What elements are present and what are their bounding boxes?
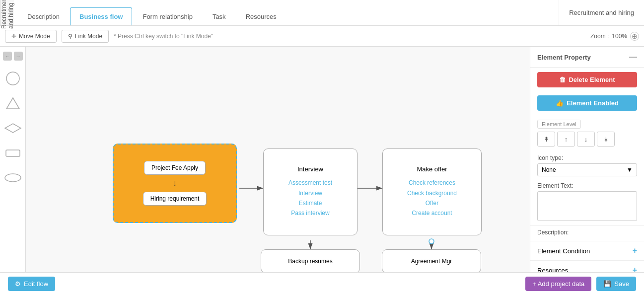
level-bottom-button[interactable]: ↡ [597, 132, 615, 147]
sidebar-vertical-label: Recruitment and hiring [0, 0, 14, 25]
link-icon: ⚲ [68, 33, 72, 40]
diamond-shape[interactable] [3, 119, 23, 137]
expand-condition-icon: + [633, 246, 637, 255]
tab-business-flow[interactable]: Business flow [70, 7, 132, 25]
ellipse-shape[interactable] [3, 169, 23, 187]
tab-bar: Description Business flow Form relations… [14, 0, 559, 25]
zoom-value: 100% [612, 33, 627, 40]
interview-node[interactable]: Interview Assessment testInterviewEstima… [263, 148, 358, 235]
svg-point-11 [429, 239, 434, 244]
zoom-area: Zoom : 100% ⊕ [590, 32, 639, 41]
level-top-button[interactable]: ↟ [537, 132, 555, 147]
tab-resources[interactable]: Resources [236, 7, 286, 25]
link-mode-button[interactable]: ⚲ Link Mode [62, 30, 109, 43]
toolbar-hint: * Press Ctrl key switch to "Link Mode" [114, 33, 585, 40]
level-up-button[interactable]: ↑ [557, 132, 575, 147]
interview-title: Interview [288, 165, 332, 173]
agreement-label: Agreement Mgr [411, 258, 452, 265]
check-icon: 👍 [556, 99, 564, 107]
svg-rect-3 [6, 150, 20, 156]
triangle-shape[interactable] [3, 94, 23, 112]
redo-button[interactable]: → [14, 52, 23, 61]
interview-content: Interview Assessment testInterviewEstima… [288, 165, 332, 219]
hiring-req-label: Hiring requirement [150, 195, 200, 202]
add-project-button[interactable]: + Add project data [525, 277, 591, 291]
save-label: Save [614, 280, 629, 288]
trash-icon: 🗑 [559, 76, 566, 83]
resources-label: Resources [537, 267, 568, 273]
down-arrow-icon: ↓ [173, 179, 177, 188]
make-offer-title: Make offer [407, 165, 457, 173]
bottom-bar: ⚙ Edit flow + Add project data 💾 Save [0, 272, 644, 295]
delete-label: Delete Element [569, 76, 615, 83]
resources-section[interactable]: Resources + [530, 260, 644, 272]
svg-point-4 [5, 174, 21, 182]
backup-node[interactable]: Backup resumes [261, 249, 360, 272]
element-level-section: Element Level ↟ ↑ ↓ ↡ [530, 115, 644, 151]
project-fee-label: Project Fee Apply [151, 164, 198, 171]
tab-form-relationship[interactable]: Form relationship [133, 7, 202, 25]
element-text-section: Element Text: [530, 179, 644, 225]
description-label: Description: [537, 229, 637, 236]
right-panel: Element Property — 🗑 Delete Element 👍 El… [530, 47, 644, 272]
main-area: ← → [0, 47, 644, 272]
save-icon: 💾 [603, 280, 611, 288]
expand-resources-icon: + [633, 266, 637, 272]
project-fee-box[interactable]: Project Fee Apply [144, 161, 206, 175]
element-condition-label: Element Condition [537, 247, 590, 255]
chevron-down-icon: ▼ [627, 166, 633, 173]
zoom-icon[interactable]: ⊕ [630, 32, 639, 41]
bottom-actions: + Add project data 💾 Save [525, 277, 636, 291]
canvas-area[interactable]: Project Fee Apply ↓ Hiring requirement I… [26, 47, 530, 272]
element-condition-section[interactable]: Element Condition + [530, 241, 644, 260]
make-offer-node[interactable]: Make offer Check referencesCheck backgro… [382, 148, 482, 235]
element-text-label: Element Text: [537, 182, 637, 189]
icon-type-label: Icon type: [537, 154, 637, 161]
icon-type-value: None [542, 166, 556, 173]
element-enabled-button[interactable]: 👍 Element Enabled [537, 95, 637, 111]
hiring-req-box[interactable]: Hiring requirement [143, 192, 207, 206]
element-text-input[interactable] [537, 191, 637, 221]
tab-task[interactable]: Task [203, 7, 235, 25]
shape-palette: ← → [0, 47, 26, 272]
right-panel-title: Element Property [537, 54, 591, 61]
backup-label: Backup resumes [288, 258, 332, 265]
minimize-icon[interactable]: — [629, 53, 637, 62]
top-right-title: Recruitment and hiring [559, 0, 644, 25]
move-mode-button[interactable]: ✛ Move Mode [5, 30, 57, 43]
svg-marker-2 [5, 124, 21, 133]
move-mode-label: Move Mode [19, 33, 50, 40]
svg-point-0 [6, 72, 19, 85]
element-level-label: Element Level [537, 120, 581, 129]
icon-type-select[interactable]: None ▼ [537, 163, 637, 176]
save-button[interactable]: 💾 Save [596, 277, 636, 291]
right-panel-header: Element Property — [530, 47, 644, 68]
circle-shape[interactable] [3, 70, 23, 87]
interview-items: Assessment testInterviewEstimatePass int… [288, 178, 332, 219]
project-group-inner: Project Fee Apply ↓ Hiring requirement [143, 161, 207, 206]
edit-flow-icon: ⚙ [15, 280, 21, 288]
edit-flow-label: Edit flow [24, 280, 48, 288]
enabled-label: Element Enabled [567, 99, 619, 107]
move-icon: ✛ [11, 33, 16, 40]
link-mode-label: Link Mode [75, 33, 102, 40]
level-down-button[interactable]: ↓ [577, 132, 595, 147]
add-project-label: + Add project data [532, 280, 584, 288]
make-offer-content: Make offer Check referencesCheck backgro… [407, 165, 457, 219]
toolbar: ✛ Move Mode ⚲ Link Mode * Press Ctrl key… [0, 26, 644, 47]
edit-flow-button[interactable]: ⚙ Edit flow [8, 277, 55, 291]
agreement-node[interactable]: Agreement Mgr [382, 249, 481, 272]
level-controls: ↟ ↑ ↓ ↡ [537, 132, 637, 147]
undo-button[interactable]: ← [3, 52, 12, 61]
description-section: Description: [530, 225, 644, 241]
rectangle-shape[interactable] [3, 144, 23, 162]
delete-element-button[interactable]: 🗑 Delete Element [537, 72, 637, 87]
project-group-node[interactable]: Project Fee Apply ↓ Hiring requirement [113, 144, 237, 223]
make-offer-items: Check referencesCheck backgroundOfferCre… [407, 178, 457, 219]
svg-marker-1 [6, 98, 19, 109]
tab-description[interactable]: Description [18, 7, 69, 25]
zoom-label: Zoom : [590, 33, 609, 40]
icon-type-section: Icon type: None ▼ [530, 151, 644, 179]
